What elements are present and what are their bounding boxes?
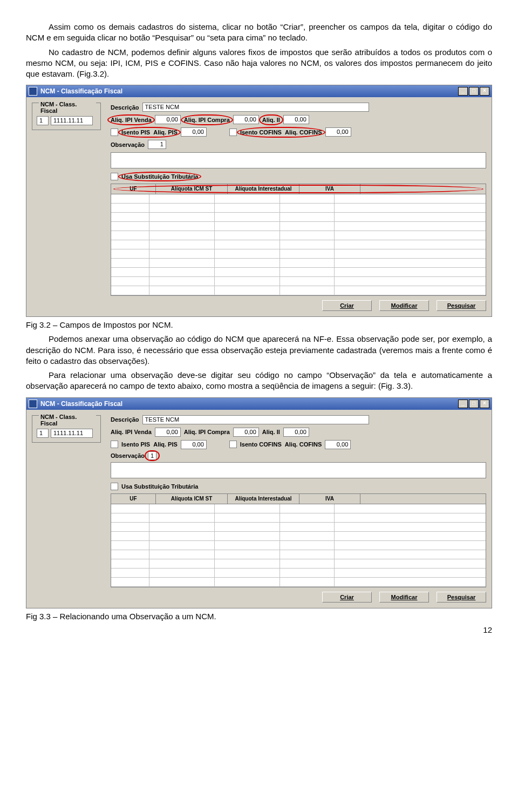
isento-cofins-checkbox[interactable]	[229, 441, 237, 448]
col-blank	[360, 494, 486, 504]
modificar-button[interactable]: Modificar	[379, 592, 429, 603]
minimize-icon[interactable]: _	[458, 400, 468, 408]
code2-input[interactable]: 1111.11.11	[51, 116, 93, 125]
titlebar: NCM - Classificação Fiscal _ □ ×	[26, 85, 492, 97]
aliq-ii-input[interactable]: 0,00	[283, 428, 309, 437]
col-uf: UF	[111, 184, 156, 194]
maximize-icon[interactable]: □	[469, 87, 479, 96]
page-number: 12	[26, 625, 492, 634]
table-row	[111, 504, 486, 513]
titlebar: NCM - Classificação Fiscal _ □ ×	[26, 398, 492, 410]
modificar-button[interactable]: Modificar	[379, 300, 429, 311]
descricao-input[interactable]: TESTE NCM	[142, 103, 369, 112]
close-icon[interactable]: ×	[480, 87, 489, 96]
aliq-ipi-venda-label: Aliq. IPI Venda	[111, 429, 152, 435]
aliq-pis-label: Aliq. PIS	[153, 441, 178, 448]
aliq-cofins-label: Aliq. COFINS	[285, 129, 322, 136]
col-iva: IVA	[299, 184, 360, 194]
aliq-cofins-input[interactable]: 0,00	[325, 127, 351, 137]
isento-pis-checkbox[interactable]	[111, 128, 118, 136]
paragraph-1: Assim como os demais cadastros do sistem…	[26, 22, 492, 44]
window-title: NCM - Classificação Fiscal	[40, 87, 122, 95]
criar-button[interactable]: Criar	[322, 592, 372, 603]
usa-subst-checkbox[interactable]	[111, 173, 118, 180]
table-row	[111, 222, 486, 231]
aliq-cofins-label: Aliq. COFINS	[285, 441, 322, 448]
fig33-caption: Fig 3.3 – Relacionando uma Observação a …	[26, 612, 492, 621]
table-header: UF Alíquota ICM ST Alíquota Interestadua…	[111, 494, 486, 504]
table-row	[111, 259, 486, 268]
aliq-ipi-compra-label: Aliq. IPI Compra	[184, 117, 230, 123]
table-row	[111, 194, 486, 204]
table-row	[111, 578, 486, 587]
aliq-ii-label: Aliq. II	[262, 429, 280, 435]
descricao-label: Descrição	[111, 104, 139, 111]
observacao-label: Observação	[111, 452, 145, 459]
observacao-input[interactable]: 1	[148, 140, 166, 149]
usa-subst-label: Usa Substituição Tributária	[121, 173, 198, 180]
table-row	[111, 523, 486, 532]
fig32-caption: Fig 3.2 – Campos de Impostos por NCM.	[26, 320, 492, 329]
aliq-ipi-venda-input[interactable]: 0,00	[155, 428, 181, 437]
table-row	[111, 213, 486, 222]
observacao-textarea[interactable]	[111, 152, 486, 168]
aliq-pis-label: Aliq. PIS	[153, 129, 178, 136]
isento-pis-label: Isento PIS	[121, 441, 150, 448]
minimize-icon[interactable]: _	[458, 87, 468, 96]
pesquisar-button[interactable]: Pesquisar	[437, 300, 486, 311]
window-fig32: NCM - Classificação Fiscal _ □ × NCM - C…	[26, 85, 492, 317]
paragraph-3: Podemos anexar uma observação ao código …	[26, 334, 492, 367]
usa-subst-label: Usa Substituição Tributária	[121, 483, 198, 490]
aliq-ipi-compra-input[interactable]: 0,00	[233, 115, 259, 124]
aliq-ipi-compra-label: Aliq. IPI Compra	[184, 429, 230, 435]
col-aliq-inter: Alíquota Interestadual	[228, 184, 299, 194]
code1-input[interactable]: 1	[37, 429, 49, 438]
observacao-input[interactable]: 1	[148, 451, 156, 460]
table-row	[111, 541, 486, 550]
subst-table: UF Alíquota ICM ST Alíquota Interestadua…	[111, 493, 486, 587]
table-row	[111, 268, 486, 277]
paragraph-4: Para relacionar uma observação deve-se d…	[26, 370, 492, 392]
app-icon	[29, 87, 37, 96]
aliq-pis-input[interactable]: 0,00	[181, 440, 207, 449]
observacao-label: Observação	[111, 141, 145, 148]
code2-input[interactable]: 1111.11.11	[51, 429, 93, 438]
aliq-pis-input[interactable]: 0,00	[181, 127, 207, 137]
aliq-ipi-venda-input[interactable]: 0,00	[155, 115, 181, 124]
table-row	[111, 204, 486, 213]
col-iva: IVA	[299, 494, 360, 504]
isento-pis-label: Isento PIS	[121, 129, 150, 136]
code1-input[interactable]: 1	[37, 116, 49, 125]
isento-cofins-checkbox[interactable]	[229, 128, 237, 136]
col-blank	[360, 184, 486, 194]
col-aliq-icm-st: Alíquota ICM ST	[156, 184, 228, 194]
paragraph-2: No cadastro de NCM, podemos definir algu…	[26, 47, 492, 80]
table-row	[111, 249, 486, 259]
aliq-cofins-input[interactable]: 0,00	[325, 440, 351, 449]
aliq-ipi-compra-input[interactable]: 0,00	[233, 428, 259, 437]
criar-button[interactable]: Criar	[322, 300, 372, 311]
fieldset-legend: NCM - Class. Fiscal	[39, 414, 96, 427]
table-row	[111, 240, 486, 249]
table-row	[111, 569, 486, 578]
window-title: NCM - Classificação Fiscal	[40, 400, 122, 408]
maximize-icon[interactable]: □	[469, 400, 479, 408]
app-icon	[29, 400, 37, 408]
aliq-ii-input[interactable]: 0,00	[283, 115, 309, 124]
pesquisar-button[interactable]: Pesquisar	[437, 592, 486, 603]
usa-subst-checkbox[interactable]	[111, 483, 118, 490]
aliq-ii-label: Aliq. II	[262, 117, 280, 123]
descricao-input[interactable]: TESTE NCM	[142, 415, 369, 424]
isento-cofins-label: Isento COFINS	[240, 441, 282, 448]
table-row	[111, 286, 486, 295]
col-aliq-inter: Alíquota Interestadual	[228, 494, 299, 504]
close-icon[interactable]: ×	[480, 400, 489, 408]
table-header: UF Alíquota ICM ST Alíquota Interestadua…	[111, 184, 486, 194]
col-aliq-icm-st: Alíquota ICM ST	[156, 494, 228, 504]
isento-pis-checkbox[interactable]	[111, 441, 118, 448]
isento-cofins-label: Isento COFINS	[240, 129, 282, 136]
window-fig33: NCM - Classificação Fiscal _ □ × NCM - C…	[26, 397, 492, 608]
col-uf: UF	[111, 494, 156, 504]
descricao-label: Descrição	[111, 416, 139, 423]
observacao-textarea[interactable]	[111, 462, 486, 478]
